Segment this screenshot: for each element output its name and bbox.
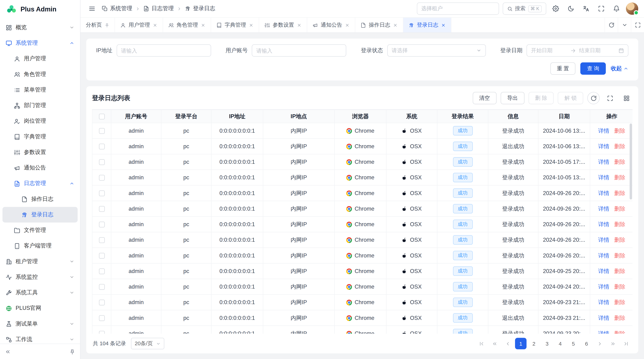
detail-link[interactable]: 详情 [598,127,609,134]
sidebar-item[interactable]: 菜单管理 [0,82,80,98]
sidebar-item[interactable]: 文件管理 [0,222,80,238]
breadcrumb-item[interactable]: 系统管理 [102,5,132,12]
column-settings-button[interactable] [620,92,632,104]
account-input[interactable] [252,44,346,57]
tenant-select[interactable]: 选择租户 [417,2,499,15]
next-page-button[interactable] [594,338,605,349]
sidebar-item[interactable]: 工作流 [0,332,80,344]
close-icon[interactable] [249,23,253,27]
ip-input[interactable] [116,44,211,57]
detail-link[interactable]: 详情 [598,330,609,334]
delete-link[interactable]: 删除 [614,127,626,134]
row-checkbox[interactable] [99,237,104,243]
sidebar-item[interactable]: 系统工具 [0,285,80,300]
detail-link[interactable]: 详情 [598,190,609,196]
tab-item[interactable]: 操作日志 [355,18,404,32]
sidebar-item[interactable]: 用户管理 [0,51,80,66]
sidebar-item[interactable]: 登录日志 [2,207,78,222]
delete-link[interactable]: 删除 [614,299,626,305]
detail-link[interactable]: 详情 [598,315,609,321]
sidebar-item[interactable]: 测试菜单 [0,316,80,332]
sidebar-item[interactable]: 通知公告 [0,160,80,176]
refresh-table-button[interactable] [587,92,600,104]
clear-button[interactable]: 清空 [472,92,496,104]
sidebar-item[interactable]: 角色管理 [0,66,80,82]
collapse-filters-link[interactable]: 收起 [611,65,628,72]
detail-link[interactable]: 详情 [598,299,609,305]
last-page-button[interactable] [620,338,632,349]
delete-link[interactable]: 删除 [614,252,626,258]
status-select[interactable]: 请选择 [387,44,486,57]
close-icon[interactable] [153,23,157,27]
sidebar-item[interactable]: 部门管理 [0,98,80,113]
detail-link[interactable]: 详情 [598,237,609,243]
row-checkbox[interactable] [99,175,104,180]
settings-button[interactable] [550,3,561,14]
delete-link[interactable]: 删除 [614,330,626,334]
page-button-6[interactable]: 6 [581,338,592,349]
delete-link[interactable]: 删除 [614,143,626,149]
detail-link[interactable]: 详情 [598,252,609,258]
prev-jump-button[interactable] [489,338,500,349]
page-button-5[interactable]: 5 [568,338,579,349]
page-button-1[interactable]: 1 [515,338,526,349]
sidebar-item[interactable]: 字典管理 [0,129,80,144]
table-scrollbar[interactable] [630,124,632,200]
reset-button[interactable]: 重 置 [550,62,576,75]
page-button-4[interactable]: 4 [554,338,566,349]
close-icon[interactable] [345,23,350,27]
tab-item[interactable]: 字典管理 [211,18,259,32]
dark-mode-button[interactable] [565,3,576,14]
detail-link[interactable]: 详情 [598,174,609,180]
delete-link[interactable]: 删除 [614,315,626,321]
sidebar-item[interactable]: 参数设置 [0,144,80,160]
detail-link[interactable]: 详情 [598,159,609,165]
pin-icon[interactable] [70,349,75,354]
user-avatar[interactable] [626,2,638,15]
row-checkbox[interactable] [99,143,104,149]
delete-link[interactable]: 删除 [614,190,626,196]
sidebar-item[interactable]: 日志管理 [0,176,80,191]
delete-link[interactable]: 删除 [614,221,626,227]
row-checkbox[interactable] [99,159,104,165]
global-search[interactable]: 搜索 ⌘ K [502,2,546,15]
sidebar-item[interactable]: 概览 [0,20,80,35]
close-icon[interactable] [297,23,302,27]
tab-active[interactable]: 登录日志 [404,18,452,32]
table-fullscreen-button[interactable] [604,92,616,104]
pin-icon[interactable] [105,23,109,27]
breadcrumb-item[interactable]: 登录日志 [185,5,215,12]
tab-item[interactable]: 分析页 [80,18,115,32]
row-checkbox[interactable] [99,253,104,258]
next-jump-button[interactable] [607,338,618,349]
date-range-picker[interactable]: 开始日期 结束日期 [526,44,628,57]
detail-link[interactable]: 详情 [598,268,609,274]
delete-link[interactable]: 删除 [614,237,626,243]
select-all-checkbox[interactable] [99,113,104,119]
row-checkbox[interactable] [99,300,104,305]
tab-item[interactable]: 通知公告 [307,18,355,32]
close-icon[interactable] [201,23,205,27]
sidebar-item[interactable]: 租户管理 [0,254,80,269]
fullscreen-button[interactable] [596,3,607,14]
breadcrumb-item[interactable]: 日志管理 [143,5,174,12]
delete-link[interactable]: 删除 [614,205,626,212]
unlock-button[interactable]: 解 锁 [558,92,583,104]
detail-link[interactable]: 详情 [598,221,609,227]
content-fullscreen-button[interactable] [631,18,644,32]
sidebar-item[interactable]: 系统监控 [0,269,80,285]
collapse-sidebar-icon[interactable] [5,349,11,354]
query-button[interactable]: 查 询 [580,62,606,75]
tab-item[interactable]: 角色管理 [163,18,211,32]
close-icon[interactable] [393,23,398,27]
sidebar-item[interactable]: 系统管理 [0,35,80,51]
tab-menu-button[interactable] [618,18,631,32]
delete-link[interactable]: 删除 [614,159,626,165]
tab-item[interactable]: 参数设置 [259,18,307,32]
close-icon[interactable] [441,23,446,27]
row-checkbox[interactable] [99,315,104,321]
language-button[interactable] [580,3,592,14]
row-checkbox[interactable] [99,331,104,334]
row-checkbox[interactable] [99,190,104,196]
row-checkbox[interactable] [99,268,104,274]
